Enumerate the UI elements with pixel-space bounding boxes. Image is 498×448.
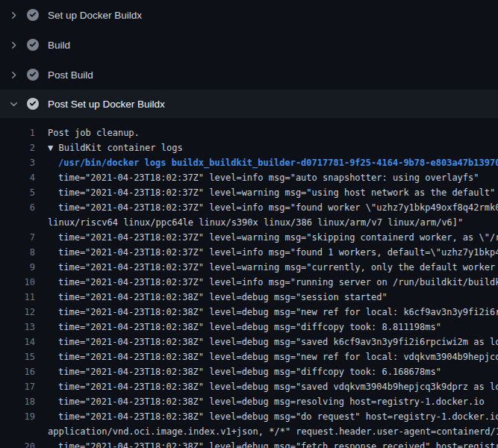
log-line-text: time="2021-04-23T18:02:37Z" level=warnin… [58, 185, 495, 200]
log-line-number[interactable]: 16 [0, 364, 35, 379]
log-line-text: time="2021-04-23T18:02:38Z" level=debug … [58, 409, 498, 424]
log-line: 3 /usr/bin/docker logs buildx_buildkit_b… [0, 155, 498, 170]
check-circle-icon [27, 9, 39, 21]
log-line: 19 time="2021-04-23T18:02:38Z" level=deb… [0, 409, 498, 424]
step-label: Post Set up Docker Buildx [48, 99, 165, 110]
log-line-number[interactable]: 19 [0, 409, 35, 424]
log-line-number[interactable]: 15 [0, 349, 35, 364]
log-line: 10 time="2021-04-23T18:02:37Z" level=inf… [0, 275, 498, 290]
log-line-text: time="2021-04-23T18:02:38Z" level=debug … [58, 305, 498, 320]
log-line: 16 time="2021-04-23T18:02:38Z" level=deb… [0, 364, 498, 379]
log-line: 15 time="2021-04-23T18:02:38Z" level=deb… [0, 349, 498, 364]
log-line: 20 time="2021-04-23T18:02:38Z" level=deb… [0, 439, 498, 448]
log-line-text: time="2021-04-23T18:02:38Z" level=debug … [58, 394, 485, 409]
chevron-right-icon[interactable] [9, 41, 18, 49]
check-circle-icon [27, 69, 39, 81]
log-line-text: time="2021-04-23T18:02:38Z" level=debug … [58, 335, 498, 349]
log-line-text: time="2021-04-23T18:02:37Z" level=info m… [58, 170, 479, 185]
step-row-set-up-docker-buildx[interactable]: Set up Docker Buildx [0, 0, 498, 30]
log-line-number[interactable]: 5 [0, 185, 35, 200]
log-line-text: application/vnd.oci.image.index.v1+json,… [48, 424, 498, 439]
log-line: 13 time="2021-04-23T18:02:38Z" level=deb… [0, 320, 498, 335]
log-line: 4 time="2021-04-23T18:02:37Z" level=info… [0, 170, 498, 185]
log-line-number[interactable]: 3 [0, 155, 35, 170]
log-line-number[interactable]: 17 [0, 379, 35, 394]
log-line-text: time="2021-04-23T18:02:37Z" level=info m… [58, 275, 498, 290]
log-line-text: time="2021-04-23T18:02:38Z" level=debug … [58, 320, 441, 335]
log-line-text: time="2021-04-23T18:02:38Z" level=debug … [58, 349, 498, 364]
step-label: Build [48, 40, 70, 51]
log-line-text: time="2021-04-23T18:02:37Z" level=info m… [58, 245, 498, 260]
log-line-number[interactable]: 9 [0, 260, 35, 275]
log-line-number[interactable]: 6 [0, 200, 35, 215]
log-line-number[interactable]: 1 [0, 125, 35, 140]
log-line-number [0, 424, 35, 439]
step-label: Post Build [48, 69, 93, 81]
chevron-right-icon[interactable] [9, 11, 18, 19]
log-line-number[interactable]: 8 [0, 245, 35, 260]
log-line: 2 ▼ BuildKit container logs [0, 140, 498, 155]
log-line-number[interactable]: 13 [0, 320, 35, 335]
chevron-down-icon[interactable] [9, 100, 18, 108]
log-line: 14 time="2021-04-23T18:02:38Z" level=deb… [0, 335, 498, 349]
log-line: 5 time="2021-04-23T18:02:37Z" level=warn… [0, 185, 498, 200]
step-row-post-set-up-docker-buildx[interactable]: Post Set up Docker Buildx [0, 90, 498, 118]
workflow-log-viewer: Set up Docker Buildx Build P [0, 0, 498, 448]
log-line-text: time="2021-04-23T18:02:37Z" level=warnin… [58, 230, 498, 245]
log-line-text: time="2021-04-23T18:02:38Z" level=debug … [58, 290, 387, 305]
log-line: 9 time="2021-04-23T18:02:37Z" level=warn… [0, 260, 498, 275]
check-circle-icon [27, 98, 39, 110]
check-circle-icon [27, 39, 39, 51]
log-line-text: time="2021-04-23T18:02:38Z" level=debug … [58, 364, 441, 379]
log-line-text: time="2021-04-23T18:02:37Z" level=info m… [58, 200, 498, 215]
log-line: 8 time="2021-04-23T18:02:37Z" level=info… [0, 245, 498, 260]
chevron-right-icon[interactable] [9, 71, 18, 79]
log-line: application/vnd.oci.image.index.v1+json,… [0, 424, 498, 439]
log-line-text: time="2021-04-23T18:02:38Z" level=debug … [58, 439, 498, 448]
log-line: 12 time="2021-04-23T18:02:38Z" level=deb… [0, 305, 498, 320]
step-label: Set up Docker Buildx [48, 10, 142, 21]
step-row-build[interactable]: Build [0, 30, 498, 60]
log-line-number[interactable]: 4 [0, 170, 35, 185]
log-line: 7 time="2021-04-23T18:02:37Z" level=warn… [0, 230, 498, 245]
step-row-post-build[interactable]: Post Build [0, 60, 498, 90]
log-line-number[interactable]: 12 [0, 305, 35, 320]
log-line: linux/riscv64 linux/ppc64le linux/s390x … [0, 215, 498, 230]
log-line-number[interactable]: 2 [0, 140, 35, 155]
log-line-text: linux/riscv64 linux/ppc64le linux/s390x … [48, 215, 463, 230]
log-line-text: Post job cleanup. [48, 125, 140, 140]
log-command-text: /usr/bin/docker logs buildx_buildkit_bui… [58, 155, 498, 170]
log-line: 18 time="2021-04-23T18:02:38Z" level=deb… [0, 394, 498, 409]
step-list: Set up Docker Buildx Build P [0, 0, 498, 118]
log-line: 11 time="2021-04-23T18:02:38Z" level=deb… [0, 290, 498, 305]
log-line-number[interactable]: 14 [0, 335, 35, 349]
log-line: 1 Post job cleanup. [0, 125, 498, 140]
log-line-number [0, 215, 35, 230]
log-line-number[interactable]: 7 [0, 230, 35, 245]
log-line-number[interactable]: 20 [0, 439, 35, 448]
log-line-text: time="2021-04-23T18:02:37Z" level=warnin… [58, 260, 498, 275]
log-line-number[interactable]: 11 [0, 290, 35, 305]
log-group-toggle[interactable]: ▼ BuildKit container logs [48, 140, 183, 155]
log-line-number[interactable]: 18 [0, 394, 35, 409]
log-line-text: time="2021-04-23T18:02:38Z" level=debug … [58, 379, 498, 394]
log-line: 6 time="2021-04-23T18:02:37Z" level=info… [0, 200, 498, 215]
log-line-number[interactable]: 10 [0, 275, 35, 290]
log-line: 17 time="2021-04-23T18:02:38Z" level=deb… [0, 379, 498, 394]
log-output: 1 Post job cleanup. 2 ▼ BuildKit contain… [0, 118, 498, 448]
